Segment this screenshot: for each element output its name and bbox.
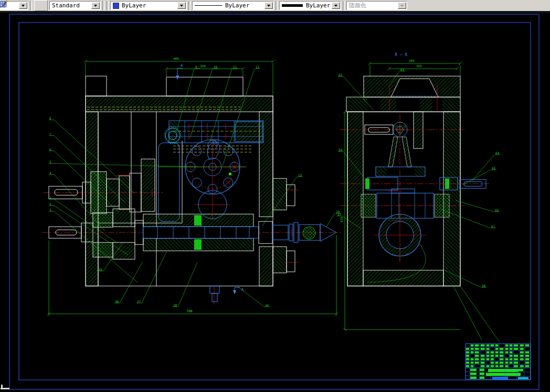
toolbar-separator bbox=[276, 1, 278, 10]
style-manager-button[interactable] bbox=[34, 0, 48, 11]
linetype-sample-icon bbox=[195, 5, 222, 6]
ucs-icon bbox=[1, 385, 9, 389]
part-number-label: 62 bbox=[339, 73, 343, 77]
part-number-label: 6 bbox=[49, 147, 51, 151]
part-number-label: 64 bbox=[495, 151, 500, 155]
linetype-combo-arrow-icon[interactable] bbox=[265, 2, 273, 9]
part-number-label: 13 bbox=[298, 173, 302, 177]
svg-text:A: A bbox=[181, 63, 183, 68]
lineweight-control-value: ByLayer bbox=[306, 2, 330, 9]
toolbar-separator bbox=[343, 1, 345, 10]
dim-label-185: 185 bbox=[409, 59, 415, 62]
part-number-label: 34 bbox=[265, 303, 269, 307]
text-style-value: Standard bbox=[52, 2, 80, 9]
part-number-label: 65 bbox=[492, 166, 496, 170]
flange-bolt-circle bbox=[158, 135, 247, 219]
dim-label-mid: 320 bbox=[200, 64, 206, 68]
section-title: A — A bbox=[395, 52, 407, 57]
part-number-label: 28 bbox=[173, 303, 177, 307]
part-number-label: 1 bbox=[49, 208, 51, 211]
toolbar-separator bbox=[30, 1, 32, 10]
text-style-arrow-icon[interactable] bbox=[91, 2, 100, 9]
dim-label-165: 165 bbox=[416, 64, 422, 68]
application-window: { "toolbar": { "layer_value": "25", "tex… bbox=[0, 0, 550, 392]
part-number-label: 9 bbox=[195, 65, 197, 69]
part-number-label: 7 bbox=[49, 132, 51, 136]
dim-label-left: 420 bbox=[340, 217, 343, 223]
dim-label-top: 480 bbox=[173, 57, 179, 60]
dim-label-bottom: 700 bbox=[186, 309, 193, 313]
color-combo-arrow-icon[interactable] bbox=[177, 2, 186, 9]
part-number-label: 67 bbox=[491, 225, 495, 228]
lineweight-sample-icon bbox=[282, 4, 303, 7]
part-number-label: 66 bbox=[495, 208, 499, 212]
plotstyle-combo-arrow-icon bbox=[398, 2, 406, 9]
part-number-label: 4 bbox=[49, 171, 51, 175]
part-number-label: 58 bbox=[482, 284, 486, 288]
right-view-section-aa: A — A 185 165 420 bbox=[337, 52, 500, 342]
table-pencil-icon bbox=[0, 0, 8, 8]
part-number-label: 8 bbox=[49, 116, 51, 120]
section-marker-bottom: A bbox=[233, 288, 244, 294]
part-number-label: 3 bbox=[49, 196, 51, 199]
part-number-label: 10 bbox=[214, 65, 218, 69]
drawing-canvas[interactable]: A A 480 320 700 876543219101112132935302… bbox=[0, 0, 550, 392]
part-number-label: 5 bbox=[49, 160, 51, 164]
text-style-combo[interactable]: Standard bbox=[49, 1, 101, 10]
part-number-label: 63 bbox=[400, 68, 405, 71]
part-number-label: 27 bbox=[137, 300, 141, 303]
color-control-value: ByLayer bbox=[122, 2, 146, 9]
part-number-label: 11 bbox=[233, 65, 237, 69]
plotstyle-control-combo: 随颜色 bbox=[346, 1, 407, 10]
color-swatch-icon bbox=[113, 3, 119, 9]
part-number-label: 56 bbox=[339, 148, 343, 152]
linetype-control-combo[interactable]: ByLayer bbox=[192, 1, 274, 10]
layer-combo-arrow-icon[interactable] bbox=[19, 2, 27, 9]
part-number-label: 2 bbox=[49, 202, 51, 206]
color-control-combo[interactable]: ByLayer bbox=[110, 1, 187, 10]
lineweight-combo-arrow-icon[interactable] bbox=[332, 2, 340, 9]
upper-gear-shaft bbox=[43, 159, 164, 214]
left-view-main-section: A A 480 320 700 876543219101112132935302… bbox=[42, 57, 341, 316]
lineweight-control-combo[interactable]: ByLayer bbox=[279, 1, 341, 10]
toolbar-separator bbox=[107, 1, 109, 10]
toolbar-separator bbox=[102, 1, 104, 10]
part-number-label: 57 bbox=[337, 213, 342, 216]
styles-properties-toolbar: 25 Standard ByLayer ByLayer ByLayer bbox=[0, 0, 550, 12]
part-number-label: 30 bbox=[115, 300, 119, 303]
linetype-control-value: ByLayer bbox=[225, 2, 249, 9]
part-number-label: 35 bbox=[99, 268, 103, 271]
toolbar-separator bbox=[188, 1, 191, 10]
part-number-label: 12 bbox=[256, 65, 260, 69]
plotstyle-control-value: 随颜色 bbox=[349, 2, 366, 9]
title-block-table bbox=[466, 344, 531, 380]
